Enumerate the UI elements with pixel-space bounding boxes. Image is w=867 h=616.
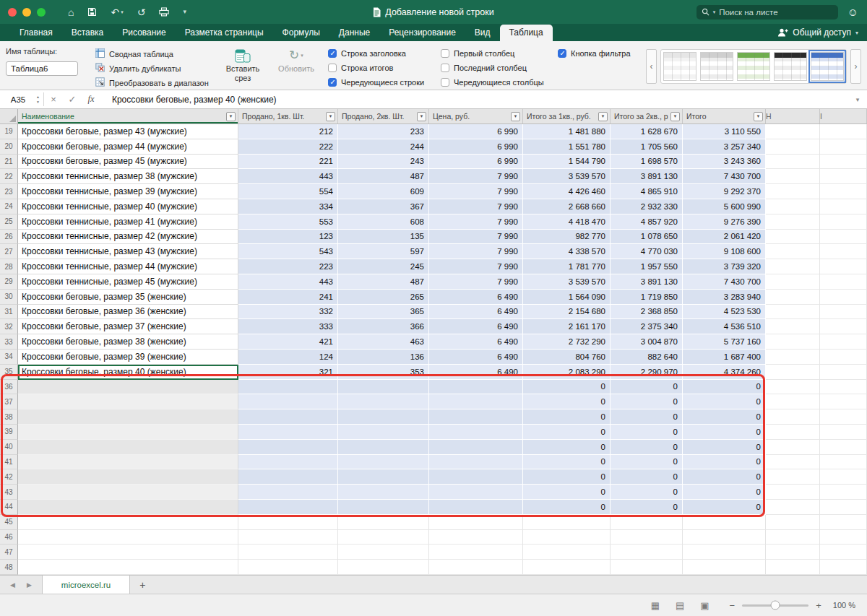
- insert-function-button[interactable]: fx: [82, 90, 100, 108]
- cell-value[interactable]: 0: [611, 469, 683, 485]
- cell-value[interactable]: 554: [238, 184, 338, 199]
- column-header[interactable]: Продано, 2кв. Шт.▼: [338, 109, 429, 123]
- cell-value[interactable]: 1 481 880: [523, 124, 611, 139]
- cell-value[interactable]: 244: [338, 139, 429, 155]
- cell-empty[interactable]: [766, 365, 820, 380]
- cell-value[interactable]: [338, 440, 429, 455]
- tab-данные[interactable]: Данные: [329, 25, 379, 41]
- cell-empty[interactable]: [820, 380, 867, 395]
- remove-duplicates-button[interactable]: Удалить дубликаты: [95, 61, 210, 75]
- cell-empty[interactable]: [766, 350, 820, 365]
- cell-value[interactable]: 608: [338, 214, 429, 230]
- row-number[interactable]: 33: [0, 334, 18, 350]
- column-header[interactable]: Цена, руб.▼: [429, 109, 523, 123]
- table-name-input[interactable]: Таблица6: [6, 61, 78, 76]
- cell-value[interactable]: 3 891 130: [611, 169, 683, 184]
- cell-value[interactable]: 463: [338, 334, 429, 350]
- cell-empty[interactable]: [820, 199, 867, 214]
- cell-value[interactable]: [429, 440, 523, 455]
- stepper-down-icon[interactable]: ▼: [36, 100, 40, 104]
- cell-value[interactable]: 7 990: [429, 214, 523, 230]
- formula-bar-expand-icon[interactable]: ▾: [848, 90, 867, 108]
- row-number[interactable]: 19: [0, 124, 18, 139]
- cell-empty[interactable]: [820, 230, 867, 245]
- refresh-button[interactable]: ↻ ▾ Обновить: [276, 45, 316, 87]
- cell-empty[interactable]: [429, 530, 523, 545]
- cell-value[interactable]: 1 957 550: [611, 259, 683, 274]
- sheet-tab-active[interactable]: microexcel.ru: [42, 576, 130, 594]
- cell-value[interactable]: 882 640: [611, 350, 683, 365]
- cell-value[interactable]: [429, 394, 523, 409]
- cell-value[interactable]: 3 539 570: [523, 169, 611, 184]
- cell-empty[interactable]: [820, 350, 867, 365]
- undo-dropdown-icon[interactable]: ▾: [121, 9, 124, 14]
- cell-value[interactable]: 2 083 290: [523, 365, 611, 380]
- table-style-thumbnail-dark[interactable]: [774, 52, 807, 81]
- cell-empty[interactable]: [766, 500, 820, 515]
- cell-value[interactable]: [238, 455, 338, 470]
- cell-empty[interactable]: [820, 500, 867, 515]
- row-number[interactable]: 39: [0, 425, 18, 440]
- cell-empty[interactable]: [820, 455, 867, 470]
- checkbox-строка-заголовка[interactable]: Строка заголовка: [328, 49, 429, 58]
- page-layout-view-icon[interactable]: ▤: [676, 601, 684, 610]
- row-number[interactable]: 23: [0, 184, 18, 199]
- cell-value[interactable]: 0: [683, 469, 766, 485]
- checkbox-чередующиеся-столбцы[interactable]: Чередующиеся столбцы: [441, 78, 546, 87]
- cell-empty[interactable]: [766, 394, 820, 409]
- zoom-in-button[interactable]: +: [816, 600, 821, 611]
- cell-empty[interactable]: [766, 515, 820, 530]
- cell-value[interactable]: 7 990: [429, 184, 523, 199]
- cell-value[interactable]: 6 490: [429, 290, 523, 305]
- cell-value[interactable]: 1 705 560: [611, 139, 683, 155]
- cell-value[interactable]: [429, 425, 523, 440]
- cell-value[interactable]: 135: [338, 230, 429, 245]
- checkbox-checked-icon[interactable]: [558, 49, 566, 58]
- cell-empty[interactable]: [766, 409, 820, 425]
- cell-empty[interactable]: [820, 244, 867, 259]
- row-number[interactable]: 44: [0, 500, 18, 515]
- cell-value[interactable]: 4 426 460: [523, 184, 611, 199]
- cell-empty[interactable]: [820, 274, 867, 290]
- row-number[interactable]: 30: [0, 290, 18, 305]
- cell-empty[interactable]: [523, 530, 611, 545]
- cell-empty[interactable]: [766, 334, 820, 350]
- row-number[interactable]: 26: [0, 230, 18, 245]
- cell-value[interactable]: 365: [338, 305, 429, 320]
- cell-empty[interactable]: [766, 485, 820, 500]
- page-break-view-icon[interactable]: ▣: [700, 601, 709, 610]
- cell-name[interactable]: Кроссовки беговые, размер 35 (женские): [18, 290, 238, 305]
- cell-empty[interactable]: [766, 455, 820, 470]
- cell-empty[interactable]: [766, 244, 820, 259]
- cell-name-empty[interactable]: [18, 500, 238, 515]
- tab-вид[interactable]: Вид: [465, 25, 500, 41]
- search-input[interactable]: ▾ Поиск на листе: [696, 5, 838, 19]
- row-number[interactable]: 45: [0, 515, 18, 530]
- cell-empty[interactable]: [18, 560, 238, 575]
- cell-empty[interactable]: [820, 305, 867, 320]
- cell-value[interactable]: 4 536 510: [683, 319, 766, 334]
- table-style-thumbnail-green[interactable]: [737, 52, 770, 81]
- name-box-stepper[interactable]: ▲ ▼: [36, 90, 43, 108]
- cell-value[interactable]: 421: [238, 334, 338, 350]
- cell-empty[interactable]: [766, 124, 820, 139]
- cell-empty[interactable]: [338, 515, 429, 530]
- home-icon[interactable]: ⌂: [68, 7, 74, 17]
- cell-value[interactable]: 4 338 570: [523, 244, 611, 259]
- cell-empty[interactable]: [238, 515, 338, 530]
- cell-value[interactable]: 136: [338, 350, 429, 365]
- cell-empty[interactable]: [766, 469, 820, 485]
- cell-name[interactable]: Кроссовки беговые, размер 44 (мужские): [18, 139, 238, 155]
- cell-name[interactable]: Кроссовки теннисные, размер 45 (мужские): [18, 274, 238, 290]
- cell-value[interactable]: 543: [238, 244, 338, 259]
- cell-value[interactable]: 5 737 160: [683, 334, 766, 350]
- row-number[interactable]: 38: [0, 409, 18, 425]
- row-number[interactable]: 20: [0, 139, 18, 155]
- cell-value[interactable]: 6 490: [429, 319, 523, 334]
- pivot-table-button[interactable]: Сводная таблица: [95, 47, 210, 61]
- filter-button[interactable]: ▼: [226, 112, 236, 121]
- cell-value[interactable]: 353: [338, 365, 429, 380]
- tab-главная[interactable]: Главная: [10, 25, 62, 41]
- cell-value[interactable]: [429, 455, 523, 470]
- cell-name[interactable]: Кроссовки беговые, размер 39 (женские): [18, 350, 238, 365]
